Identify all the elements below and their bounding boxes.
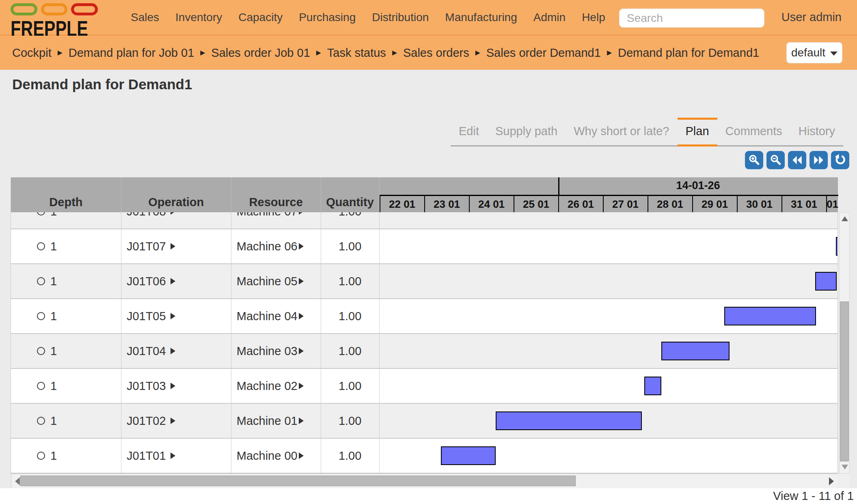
gantt-bar[interactable] xyxy=(815,272,837,291)
breadcrumb-item-sales-order-job-01[interactable]: Sales order Job 01 xyxy=(211,46,310,60)
menu-item-manufacturing[interactable]: Manufacturing xyxy=(445,11,517,24)
reset-button[interactable] xyxy=(831,151,849,169)
vertical-scrollbar[interactable] xyxy=(839,212,850,474)
frepple-logo[interactable]: FREPPLE xyxy=(11,2,98,35)
breadcrumb-item-sales-orders[interactable]: Sales orders xyxy=(403,46,469,60)
top-navbar: FREPPLE SalesInventoryCapacityPurchasing… xyxy=(0,0,857,36)
tab-supply-path[interactable]: Supply path xyxy=(487,118,566,145)
context-menu-caret-icon[interactable] xyxy=(299,212,304,215)
menu-item-inventory[interactable]: Inventory xyxy=(175,11,222,24)
expand-circle-icon[interactable] xyxy=(37,212,45,215)
view-selector-button[interactable]: default xyxy=(786,42,842,63)
menu-item-capacity[interactable]: Capacity xyxy=(238,11,283,24)
breadcrumb-item-sales-order-demand1[interactable]: Sales order Demand1 xyxy=(486,46,601,60)
context-menu-caret-icon[interactable] xyxy=(299,383,304,389)
horizontal-scrollbar-thumb[interactable] xyxy=(20,476,576,486)
gantt-bar[interactable] xyxy=(644,377,661,395)
gantt-bar[interactable] xyxy=(836,237,838,256)
gantt-bar[interactable] xyxy=(661,342,730,360)
gantt-cell xyxy=(380,229,838,263)
context-menu-caret-icon[interactable] xyxy=(299,313,304,319)
table-row-j01t01: 1J01T01Machine 001.00 xyxy=(11,439,838,474)
gantt-day-28-01: 28 01 xyxy=(648,196,692,212)
operation-label: J01T06 xyxy=(127,275,166,288)
context-menu-caret-icon[interactable] xyxy=(171,212,175,215)
depth-value: 1 xyxy=(50,449,57,463)
context-menu-caret-icon[interactable] xyxy=(299,418,304,424)
menu-item-admin[interactable]: Admin xyxy=(533,11,566,24)
tab-comments[interactable]: Comments xyxy=(717,118,790,145)
tab-strip: EditSupply pathWhy short or late?PlanCom… xyxy=(451,118,843,146)
depth-cell: 1 xyxy=(11,369,121,403)
depth-value: 1 xyxy=(50,310,57,323)
breadcrumb-bar: Cockpit▸Demand plan for Job 01▸Sales ord… xyxy=(0,36,857,70)
gantt-day-26-01: 26 01 xyxy=(558,196,603,212)
gantt-day-01: 01 xyxy=(826,196,838,212)
context-menu-caret-icon[interactable] xyxy=(299,452,304,459)
gantt-bar[interactable] xyxy=(441,446,496,465)
context-menu-caret-icon[interactable] xyxy=(299,243,304,250)
context-menu-caret-icon[interactable] xyxy=(171,278,175,284)
gantt-bar[interactable] xyxy=(724,307,816,325)
gantt-bar[interactable] xyxy=(496,411,642,430)
context-menu-caret-icon[interactable] xyxy=(171,348,175,354)
tab-plan[interactable]: Plan xyxy=(678,118,717,145)
breadcrumb-item-demand-plan-for-demand1[interactable]: Demand plan for Demand1 xyxy=(618,46,759,60)
menu-item-distribution[interactable]: Distribution xyxy=(372,11,429,24)
breadcrumb-item-cockpit[interactable]: Cockpit xyxy=(12,46,52,60)
magnifier-plus-icon xyxy=(748,154,760,166)
expand-circle-icon[interactable] xyxy=(37,312,45,320)
vertical-scrollbar-thumb[interactable] xyxy=(840,302,849,461)
context-menu-caret-icon[interactable] xyxy=(299,278,304,284)
gantt-toolbar xyxy=(745,151,849,169)
tab-why-short-or-late[interactable]: Why short or late? xyxy=(566,118,677,145)
tab-edit[interactable]: Edit xyxy=(451,118,487,145)
scroll-right-icon[interactable] xyxy=(829,477,834,485)
expand-circle-icon[interactable] xyxy=(37,242,45,250)
scroll-down-icon[interactable] xyxy=(842,465,848,470)
breadcrumb-item-demand-plan-for-job-01[interactable]: Demand plan for Job 01 xyxy=(69,46,194,60)
column-header-depth: Depth xyxy=(11,177,121,212)
gantt-day-25-01: 25 01 xyxy=(514,196,558,212)
context-menu-caret-icon[interactable] xyxy=(299,348,304,354)
table-row-j01t03: 1J01T03Machine 021.00 xyxy=(11,369,838,404)
scroll-backward-button[interactable] xyxy=(788,151,806,169)
context-menu-caret-icon[interactable] xyxy=(171,243,175,250)
gantt-day-row: 22 0123 0124 0125 0126 0127 0128 0129 01… xyxy=(380,195,838,212)
user-menu[interactable]: User admin xyxy=(781,0,842,34)
zoom-in-button[interactable] xyxy=(745,151,763,169)
expand-circle-icon[interactable] xyxy=(37,452,45,460)
expand-circle-icon[interactable] xyxy=(37,417,45,425)
depth-cell: 1 xyxy=(11,299,121,333)
context-menu-caret-icon[interactable] xyxy=(171,313,175,319)
resource-label: Machine 00 xyxy=(237,449,298,463)
scroll-forward-button[interactable] xyxy=(810,151,828,169)
context-menu-caret-icon[interactable] xyxy=(171,452,175,459)
gantt-day-31-01: 31 01 xyxy=(781,196,826,212)
scroll-up-icon[interactable] xyxy=(842,216,848,221)
context-menu-caret-icon[interactable] xyxy=(171,418,175,424)
zoom-out-button[interactable] xyxy=(766,151,785,169)
context-menu-caret-icon[interactable] xyxy=(171,383,175,389)
breadcrumb-item-task-status[interactable]: Task status xyxy=(327,46,386,60)
menu-item-sales[interactable]: Sales xyxy=(131,11,159,24)
tab-history[interactable]: History xyxy=(790,118,843,145)
resource-cell: Machine 07 xyxy=(231,212,321,228)
resource-cell: Machine 02 xyxy=(231,369,321,403)
search-input[interactable] xyxy=(619,9,764,28)
gantt-cell xyxy=(380,264,838,298)
expand-circle-icon[interactable] xyxy=(37,347,45,355)
logo-pill-green-icon xyxy=(11,3,37,15)
scroll-left-icon[interactable] xyxy=(15,477,20,485)
gantt-cell xyxy=(380,299,838,333)
horizontal-scrollbar[interactable] xyxy=(11,474,838,488)
menu-item-help[interactable]: Help xyxy=(582,11,605,24)
gantt-week-label: 14-01-26 xyxy=(558,179,838,192)
operation-cell: J01T08 xyxy=(121,212,231,228)
menu-item-purchasing[interactable]: Purchasing xyxy=(299,11,356,24)
gantt-day-29-01: 29 01 xyxy=(692,196,737,212)
expand-circle-icon[interactable] xyxy=(37,277,45,285)
depth-cell: 1 xyxy=(11,439,121,473)
depth-value: 1 xyxy=(50,345,57,358)
expand-circle-icon[interactable] xyxy=(37,382,45,390)
